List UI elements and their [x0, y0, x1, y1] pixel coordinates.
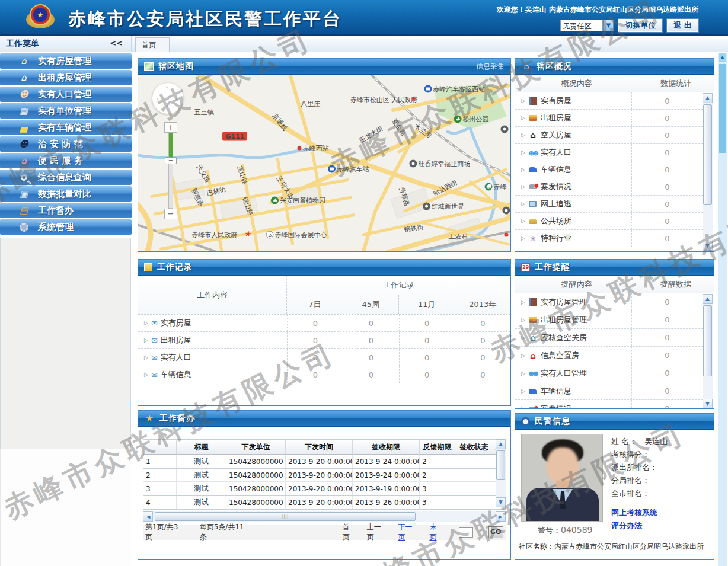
expand-arrow-icon[interactable]: ▷: [144, 372, 148, 378]
expand-arrow-icon[interactable]: ▷: [521, 299, 525, 305]
sidebar-collapse-button[interactable]: <<: [110, 39, 123, 47]
district-map[interactable]: 五三镇 八里庄 G111 京通线 赤峰汽车客运西站 赤峰市松山区 人民政府 松州…: [138, 75, 510, 251]
overview-row[interactable]: ▷实有人口 0: [515, 144, 703, 161]
remind-row[interactable]: ▷实有人口管理 0: [515, 364, 703, 382]
remind-row[interactable]: ▷信息空置房 0: [515, 347, 703, 364]
record-row[interactable]: ▷✉车辆信息 0 0 0 0: [138, 366, 510, 383]
sidebar-menu-item[interactable]: ☻ 治 安 防 范: [0, 136, 132, 152]
sidebar-menu-item[interactable]: ▄ 实有车辆管理: [0, 120, 132, 135]
scrollbar-thumb[interactable]: [496, 450, 505, 480]
supervise-hscrollbar[interactable]: ◄ |||| ►: [143, 511, 506, 522]
expand-arrow-icon[interactable]: ▷: [521, 335, 525, 341]
sidebar-menu-item[interactable]: ☻ 实有人口管理: [0, 87, 132, 102]
expand-arrow-icon[interactable]: ▷: [521, 167, 525, 172]
expand-arrow-icon[interactable]: ▷: [521, 184, 525, 190]
region-select-value[interactable]: 无责任区: [560, 20, 603, 31]
expand-arrow-icon[interactable]: ▷: [521, 149, 525, 155]
page-scrollbar-thumb[interactable]: [719, 64, 726, 153]
go-button[interactable]: GO: [488, 526, 503, 538]
sidebar-menu-item[interactable]: ⌂ 出租房屋管理: [0, 70, 132, 85]
expand-arrow-icon[interactable]: ▷: [144, 337, 148, 343]
scroll-up-icon[interactable]: ▲: [496, 439, 506, 449]
sidebar-menu-item[interactable]: ⌂ 便 民 服 务: [0, 153, 132, 168]
scroll-down-icon[interactable]: ▼: [703, 241, 713, 251]
overview-row[interactable]: ▷网上追逃 0: [515, 196, 703, 213]
overview-row[interactable]: ▷车辆信息 0: [515, 161, 703, 178]
overview-row[interactable]: ▷出租房屋 0: [515, 110, 703, 127]
sidebar-menu-item[interactable]: ⌂ 实有房屋管理: [0, 53, 132, 69]
expand-arrow-icon[interactable]: ▷: [521, 370, 525, 376]
expand-arrow-icon[interactable]: ▷: [521, 235, 525, 241]
remind-row[interactable]: ▷应核查空关房 0: [515, 329, 703, 347]
table-row[interactable]: 2 测试 150428000000 2013-9-20 0:00:00 2013…: [143, 469, 506, 482]
expand-arrow-icon[interactable]: ▷: [521, 98, 525, 104]
logout-button[interactable]: 退 出: [667, 19, 698, 32]
overview-row[interactable]: ▷案发情况 0: [515, 178, 703, 196]
sidebar-menu-item[interactable]: 系统管理: [0, 219, 132, 235]
expand-arrow-icon[interactable]: ▷: [521, 201, 525, 207]
sidebar-menu-item[interactable]: ▦ 实有单位管理: [0, 103, 132, 119]
scroll-up-icon[interactable]: ▲: [703, 294, 713, 304]
remind-scrollbar[interactable]: ▲ ▼: [703, 294, 713, 409]
remind-row[interactable]: ▷案发情况 0: [515, 400, 703, 409]
sidebar-menu-item[interactable]: ▣ 数据批量对比: [0, 186, 132, 202]
scrollbar-thumb[interactable]: [703, 104, 712, 205]
table-row[interactable]: 3 测试 150428000000 2013-9-20 0:00:00 2013…: [143, 482, 506, 496]
expand-arrow-icon[interactable]: ▷: [144, 320, 148, 326]
scroll-up-icon[interactable]: ▲: [719, 53, 726, 62]
page-scrollbar[interactable]: ▲: [718, 53, 727, 566]
map-zoom-control[interactable]: + − −: [164, 122, 177, 219]
officer-link[interactable]: 评分办法: [611, 519, 657, 532]
scrollbar-thumb[interactable]: ||||: [155, 512, 416, 521]
overview-scrollbar[interactable]: ▲ ▼: [703, 93, 713, 251]
goto-page-input[interactable]: [459, 527, 473, 538]
officer-photo: [521, 434, 603, 522]
region-select[interactable]: 无责任区 ▼: [560, 20, 614, 31]
switch-unit-button[interactable]: 切换单位: [618, 19, 662, 32]
tab-home[interactable]: 首页: [135, 37, 170, 52]
overview-row[interactable]: ▷空关房屋 0: [515, 127, 703, 144]
expand-arrow-icon[interactable]: ▷: [144, 354, 148, 360]
expand-arrow-icon[interactable]: ▷: [521, 406, 525, 410]
zoom-slider-thumb[interactable]: −: [165, 157, 177, 164]
remind-row[interactable]: ▷出租房屋管理 0: [515, 311, 703, 329]
scroll-right-icon[interactable]: ►: [496, 511, 506, 522]
record-row[interactable]: ▷✉出租房屋 0 0 0 0: [138, 332, 510, 349]
expand-arrow-icon[interactable]: ▷: [521, 388, 525, 394]
sidebar-menu-item[interactable]: 综合信息查询: [0, 170, 132, 185]
first-page-link[interactable]: 首页: [343, 522, 356, 542]
scroll-down-icon[interactable]: ▼: [703, 399, 713, 409]
info-collect-button[interactable]: 信息采集: [476, 62, 505, 72]
cell-send-time: 2013-9-20 0:00:00: [286, 482, 353, 495]
table-row[interactable]: 4 测试 150428000000 2013-9-20 0:00:00 2013…: [143, 496, 506, 510]
remind-row[interactable]: ▷车辆信息 0: [515, 382, 703, 400]
scroll-left-icon[interactable]: ◄: [143, 511, 153, 522]
expand-arrow-icon[interactable]: ▷: [521, 317, 525, 323]
remind-row[interactable]: ▷实有房屋管理 0: [515, 293, 703, 311]
expand-arrow-icon[interactable]: ▷: [521, 353, 525, 359]
expand-arrow-icon[interactable]: ▷: [521, 132, 525, 138]
officer-link[interactable]: 网上考核系统: [611, 506, 657, 519]
record-row[interactable]: ▷✉实有人口 0 0 0 0: [138, 349, 510, 366]
expand-arrow-icon[interactable]: ▷: [521, 218, 525, 224]
zoom-in-button[interactable]: +: [164, 122, 177, 133]
zoom-out-button[interactable]: −: [164, 209, 177, 219]
expand-arrow-icon[interactable]: ▷: [521, 115, 525, 121]
chevron-down-icon[interactable]: ▼: [603, 20, 614, 31]
prev-page-link[interactable]: 上一页: [367, 522, 388, 542]
scroll-down-icon[interactable]: ▼: [496, 497, 506, 507]
supervise-vscrollbar[interactable]: ▲ ▼: [496, 439, 506, 507]
scroll-up-icon[interactable]: ▲: [703, 93, 713, 103]
overview-row[interactable]: ▷实有房屋 0: [515, 92, 703, 110]
map-pan-control[interactable]: ˄˅‹›: [152, 83, 183, 114]
last-page-link[interactable]: 末页: [429, 522, 443, 542]
next-page-link[interactable]: 下一页: [398, 522, 419, 542]
table-row[interactable]: 1 测试 150428000000 2013-9-20 0:00:00 2013…: [143, 455, 506, 469]
remind-row-label: 案发情况: [541, 404, 571, 410]
officer-field-value: 吴连山: [644, 437, 668, 446]
sidebar-menu-item[interactable]: ▤ 工作督办: [0, 203, 132, 218]
scrollbar-thumb[interactable]: [703, 305, 712, 376]
record-row[interactable]: ▷✉实有房屋 0 0 0 0: [138, 315, 510, 332]
overview-row[interactable]: ▷公共场所 0: [515, 213, 703, 230]
overview-row[interactable]: ▷特种行业 0: [515, 230, 703, 247]
